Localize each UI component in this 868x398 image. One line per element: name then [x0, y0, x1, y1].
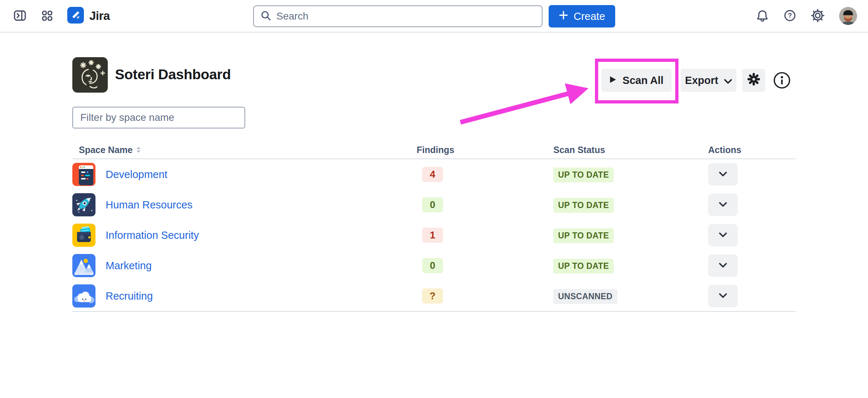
gear-filled-icon [747, 72, 761, 89]
scan-all-label: Scan All [622, 75, 663, 86]
row-actions-dropdown-button[interactable] [708, 224, 738, 246]
space-icon-human-resources [72, 193, 95, 216]
findings-badge: 0 [422, 197, 443, 212]
table-row-marketing: Marketing 0 UP TO DATE [72, 250, 796, 281]
sidebar-toggle-icon [13, 9, 27, 24]
scan-all-button[interactable]: Scan All [601, 69, 672, 92]
jira-logo-icon [67, 7, 84, 25]
space-icon-recruiting [72, 284, 95, 308]
export-button[interactable]: Export [681, 69, 736, 92]
space-icon-marketing [72, 254, 95, 277]
table-row-human-resources: Human Resources 0 UP TO DATE [72, 190, 796, 220]
chevron-down-icon [719, 202, 727, 208]
table-row-information-security: Information Security 1 UP TO DATE [72, 220, 796, 250]
findings-badge: 0 [422, 258, 443, 273]
app-name: Jira [89, 9, 110, 23]
search-input[interactable] [276, 10, 535, 22]
bell-icon [756, 9, 769, 23]
annotation-arrow [448, 79, 600, 131]
user-avatar[interactable] [839, 7, 857, 25]
row-actions-dropdown-button[interactable] [708, 254, 738, 277]
create-button[interactable]: Create [549, 5, 615, 27]
chevron-down-icon [719, 172, 727, 178]
space-link-information-security[interactable]: Information Security [106, 229, 199, 241]
create-button-label: Create [574, 10, 605, 22]
scan-status-badge: UNSCANNED [553, 289, 617, 304]
gear-icon [811, 9, 825, 24]
info-button[interactable] [773, 71, 791, 90]
space-link-human-resources[interactable]: Human Resources [106, 199, 192, 211]
row-actions-dropdown-button[interactable] [708, 285, 738, 307]
findings-badge: ? [422, 288, 443, 304]
info-circle-icon [773, 85, 791, 91]
column-header-scan-status: Scan Status [553, 145, 605, 155]
top-navigation-bar: Jira Create [0, 0, 868, 33]
app-grid-icon [41, 9, 54, 23]
column-header-actions: Actions [708, 145, 741, 155]
export-label: Export [685, 75, 718, 86]
column-header-findings: Findings [417, 145, 454, 155]
scan-status-badge: UP TO DATE [553, 168, 614, 182]
space-icon-information-security [72, 224, 95, 247]
table-row-recruiting: Recruiting ? UNSCANNED [72, 281, 796, 311]
chevron-down-icon [719, 232, 727, 238]
app-switcher-button[interactable] [41, 9, 54, 23]
space-name-header-label: Space Name [79, 145, 133, 155]
settings-nav-button[interactable] [811, 9, 825, 24]
help-button[interactable]: ? [783, 9, 796, 23]
search-icon [260, 10, 271, 22]
space-icon-development [72, 163, 95, 186]
spaces-table: Space Name Findings Scan Status Actions [72, 143, 796, 312]
page-title: Soteri Dashboard [115, 67, 231, 82]
dashboard-settings-button[interactable] [742, 69, 765, 92]
question-circle-icon: ? [783, 9, 796, 23]
table-row-development: Development 4 UP TO DATE [72, 159, 796, 190]
space-link-recruiting[interactable]: Recruiting [106, 290, 153, 302]
play-icon [609, 75, 617, 86]
sort-icon [136, 145, 141, 155]
chevron-down-icon [719, 293, 727, 299]
space-link-development[interactable]: Development [106, 169, 167, 181]
chevron-down-icon [724, 75, 732, 86]
jira-home-link[interactable]: Jira [67, 7, 110, 25]
svg-text:?: ? [788, 12, 792, 19]
scan-status-badge: UP TO DATE [553, 198, 614, 213]
row-actions-dropdown-button[interactable] [708, 194, 738, 216]
space-link-marketing[interactable]: Marketing [106, 260, 152, 272]
chevron-down-icon [719, 263, 727, 269]
soteri-app-logo [72, 57, 108, 93]
scan-status-badge: UP TO DATE [553, 259, 614, 274]
column-header-space-name[interactable]: Space Name [79, 145, 141, 155]
notifications-button[interactable] [756, 9, 769, 23]
findings-badge: 1 [422, 228, 443, 243]
sidebar-toggle-button[interactable] [13, 9, 27, 24]
row-actions-dropdown-button[interactable] [708, 163, 738, 186]
scan-status-badge: UP TO DATE [553, 228, 614, 243]
table-header-row: Space Name Findings Scan Status Actions [72, 143, 796, 159]
space-filter-input[interactable] [72, 107, 245, 128]
global-search[interactable] [253, 5, 542, 27]
findings-badge: 4 [422, 167, 443, 182]
plus-icon [559, 10, 568, 22]
